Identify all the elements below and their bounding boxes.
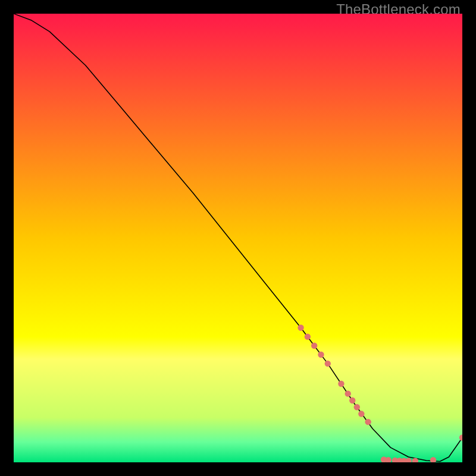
chart-plot <box>14 14 462 462</box>
data-marker <box>318 352 324 358</box>
data-marker <box>311 343 317 349</box>
data-marker <box>354 404 360 410</box>
data-marker <box>338 381 344 387</box>
plot-background <box>14 14 462 462</box>
data-marker <box>365 419 371 425</box>
data-marker <box>298 325 303 331</box>
data-marker <box>349 397 355 403</box>
data-marker <box>305 334 311 340</box>
data-marker <box>345 390 351 396</box>
data-marker <box>358 411 364 416</box>
chart-container: { "watermark": "TheBottleneck.com", "cha… <box>0 0 476 476</box>
data-marker <box>325 361 331 367</box>
